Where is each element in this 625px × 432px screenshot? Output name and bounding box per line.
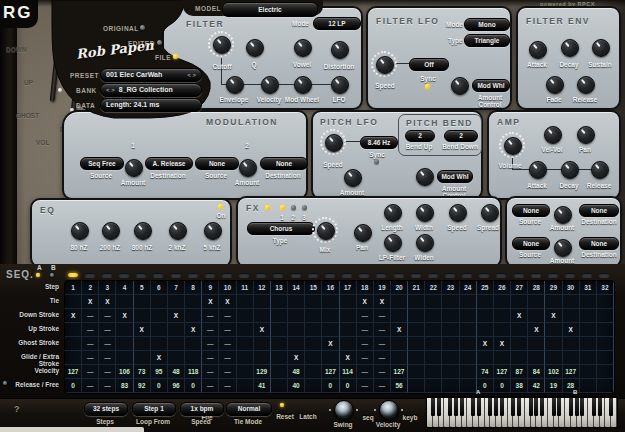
piano-black-key[interactable]: [598, 398, 602, 416]
seq-grid-cell[interactable]: [134, 309, 151, 323]
seq-grid-cell[interactable]: [65, 337, 82, 351]
seq-grid-cell[interactable]: [563, 337, 580, 351]
seq-grid-cell[interactable]: [237, 337, 254, 351]
piano-black-key[interactable]: [552, 398, 556, 416]
seq-grid-cell[interactable]: X: [185, 323, 202, 337]
fxmod-row2-destination-select[interactable]: None: [579, 237, 619, 250]
fxmod-row1-source-select[interactable]: None: [512, 204, 550, 217]
pitch-lfo-speed-knob[interactable]: [320, 129, 346, 155]
fxmod-row2-source-select[interactable]: None: [512, 237, 550, 250]
filter-env-sustain-knob[interactable]: [592, 39, 610, 57]
seq-grid-cell[interactable]: —: [99, 337, 116, 351]
seq-grid-cell[interactable]: —: [82, 309, 99, 323]
seq-grid-cell[interactable]: [168, 351, 185, 365]
seq-grid-cell[interactable]: [408, 323, 425, 337]
seq-step-button[interactable]: [102, 273, 112, 277]
seq-grid-cell[interactable]: [597, 309, 614, 323]
seq-grid-cell[interactable]: [425, 323, 442, 337]
fx-pan-knob[interactable]: [354, 224, 372, 242]
seq-grid-cell[interactable]: [65, 295, 82, 309]
file-led[interactable]: [173, 54, 178, 59]
seq-grid-cell[interactable]: X: [116, 309, 133, 323]
seq-grid-cell[interactable]: [116, 295, 133, 309]
seq-grid-cell[interactable]: [545, 323, 562, 337]
seq-grid-cell[interactable]: —: [82, 351, 99, 365]
eq-80hz-knob[interactable]: [71, 222, 89, 240]
seq-grid-cell[interactable]: 127: [65, 365, 82, 379]
piano-black-key[interactable]: [534, 398, 538, 416]
help-button[interactable]: ?: [14, 404, 20, 414]
pitch-lfo-sync-led[interactable]: [374, 159, 379, 164]
seq-grid-cell[interactable]: [168, 337, 185, 351]
seq-grid-cell[interactable]: [271, 351, 288, 365]
seq-grid-cell[interactable]: X: [82, 295, 99, 309]
seq-grid-cell[interactable]: —: [357, 309, 374, 323]
seq-grid-cell[interactable]: [425, 351, 442, 365]
seq-grid-cell[interactable]: [460, 351, 477, 365]
seq-grid-cell[interactable]: [408, 379, 425, 393]
seq-step-button[interactable]: [291, 273, 301, 277]
seq-grid-cell[interactable]: —: [374, 351, 391, 365]
filter-lfo-speed-select[interactable]: Off: [409, 58, 449, 71]
piano-black-key[interactable]: [511, 398, 515, 416]
seq-grid-cell[interactable]: [408, 337, 425, 351]
seq-grid-cell[interactable]: [597, 295, 614, 309]
seq-grid-cell[interactable]: [237, 309, 254, 323]
seq-pattern-b-led[interactable]: [50, 273, 54, 277]
filter-lfo-amount-control-select[interactable]: Mod Whl: [472, 79, 510, 92]
seq-grid-cell[interactable]: [511, 337, 528, 351]
eq-on-led[interactable]: [218, 204, 223, 209]
piano-black-key[interactable]: [557, 398, 561, 416]
seq-grid-cell[interactable]: [322, 351, 339, 365]
seq-grid-cell[interactable]: —: [82, 379, 99, 393]
reset-led[interactable]: [280, 403, 284, 407]
seq-grid-cell[interactable]: [168, 323, 185, 337]
tie-mode-select[interactable]: Normal: [226, 402, 272, 416]
fx-slot1-button[interactable]: [280, 205, 285, 210]
bank-select[interactable]: < > 8_RG Collection: [100, 83, 202, 97]
filter-lfo-speed-knob[interactable]: [371, 51, 397, 77]
seq-grid-cell[interactable]: X: [563, 323, 580, 337]
seq-grid-cell[interactable]: —: [99, 351, 116, 365]
seq-grid-cell[interactable]: —: [82, 323, 99, 337]
seq-grid-cell[interactable]: [340, 337, 357, 351]
seq-step-button[interactable]: [565, 273, 575, 277]
seq-grid-cell[interactable]: 127: [391, 365, 408, 379]
piano-black-key[interactable]: [460, 398, 464, 416]
seq-grid-cell[interactable]: X: [494, 337, 511, 351]
seq-grid-cell[interactable]: [425, 309, 442, 323]
seq-grid-cell[interactable]: —: [219, 309, 236, 323]
seq-grid-cell[interactable]: [408, 295, 425, 309]
filter-mode-select[interactable]: 12 LP: [313, 17, 361, 30]
seq-step-button[interactable]: [376, 273, 386, 277]
filter-lfo-mode-select[interactable]: Mono: [464, 18, 510, 31]
seq-grid-cell[interactable]: [151, 337, 168, 351]
mod-slot1-amount-knob[interactable]: [125, 159, 143, 177]
seq-grid-cell[interactable]: —: [357, 365, 374, 379]
seq-grid-cell[interactable]: [391, 295, 408, 309]
seq-grid-cell[interactable]: 48: [168, 365, 185, 379]
filter-env-fade-knob[interactable]: [546, 76, 564, 94]
piano-black-key[interactable]: [431, 398, 435, 416]
seq-step-button[interactable]: [308, 273, 318, 277]
seq-grid-cell[interactable]: X: [357, 295, 374, 309]
seq-grid-cell[interactable]: —: [219, 351, 236, 365]
seq-grid-cell[interactable]: 0: [151, 379, 168, 393]
seq-grid-cell[interactable]: [528, 295, 545, 309]
seq-grid-cell[interactable]: 127: [563, 365, 580, 379]
eq-2khz-knob[interactable]: [169, 222, 187, 240]
amp-volume-knob[interactable]: [499, 132, 525, 158]
velocity-mode-knob[interactable]: [379, 400, 399, 420]
piano-black-key[interactable]: [477, 398, 481, 416]
fxmod-row1-amount-knob[interactable]: [554, 206, 572, 224]
seq-grid-cell[interactable]: —: [99, 323, 116, 337]
fx-spread-knob[interactable]: [481, 204, 499, 222]
fx-slot2-button[interactable]: [291, 205, 296, 210]
filter-env-release-knob[interactable]: [577, 76, 595, 94]
pitch-amount-control-knob[interactable]: [416, 168, 434, 186]
seq-step-button[interactable]: [582, 273, 592, 277]
seq-grid-cell[interactable]: [237, 323, 254, 337]
seq-grid-cell[interactable]: —: [82, 337, 99, 351]
seq-grid-cell[interactable]: [442, 351, 459, 365]
seq-grid-cell[interactable]: [151, 295, 168, 309]
